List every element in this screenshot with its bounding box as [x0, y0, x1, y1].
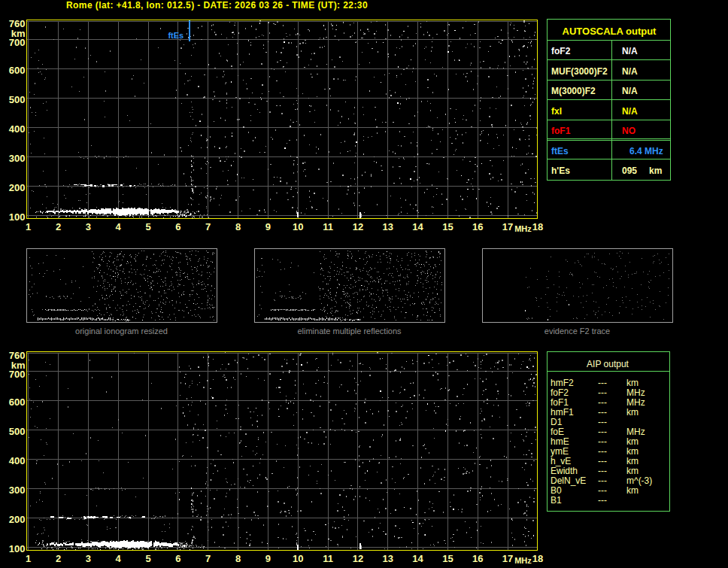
svg-text:400: 400 [9, 455, 26, 466]
svg-text:200: 200 [9, 182, 26, 193]
svg-text:5: 5 [145, 221, 150, 232]
svg-text:300: 300 [9, 153, 26, 164]
svg-text:15: 15 [442, 221, 453, 232]
svg-text:14: 14 [412, 221, 423, 232]
svg-text:B0: B0 [551, 485, 562, 496]
svg-text:ftEs: ftEs [168, 31, 184, 40]
svg-text:500: 500 [9, 94, 26, 105]
svg-text:eliminate multiple reflections: eliminate multiple reflections [297, 327, 402, 336]
svg-text:8: 8 [235, 221, 241, 232]
svg-text:B1: B1 [551, 495, 562, 506]
svg-text:100: 100 [9, 211, 26, 223]
svg-text:---: --- [598, 446, 607, 457]
svg-text:ymE: ymE [551, 446, 569, 457]
svg-text:---: --- [598, 466, 607, 476]
svg-text:7: 7 [205, 553, 211, 564]
svg-text:2: 2 [56, 221, 61, 232]
svg-text:---: --- [598, 436, 607, 447]
svg-text:2: 2 [56, 553, 61, 564]
svg-text:---: --- [598, 397, 607, 408]
svg-text:8: 8 [235, 553, 241, 564]
svg-text:11: 11 [323, 221, 333, 232]
svg-text:10: 10 [293, 221, 303, 232]
svg-text:NO: NO [622, 126, 635, 136]
svg-text:4: 4 [116, 221, 122, 232]
svg-text:AUTOSCALA output: AUTOSCALA output [563, 26, 657, 37]
svg-text:km: km [626, 485, 639, 496]
svg-text:foF1: foF1 [551, 126, 571, 136]
svg-text:D1: D1 [551, 417, 563, 427]
svg-text:200: 200 [9, 514, 26, 525]
svg-text:N/A: N/A [622, 106, 638, 117]
svg-text:---: --- [598, 417, 607, 427]
svg-text:km: km [649, 166, 662, 176]
svg-text:MHz: MHz [626, 427, 645, 437]
svg-text:11: 11 [323, 553, 333, 564]
svg-text:foE: foE [551, 427, 564, 437]
svg-text:9: 9 [265, 553, 271, 564]
svg-text:---: --- [598, 475, 607, 486]
svg-text:foF2: foF2 [551, 387, 569, 398]
svg-text:16: 16 [472, 221, 483, 232]
svg-text:12: 12 [353, 221, 363, 232]
svg-text:km: km [626, 407, 639, 418]
svg-text:MHz: MHz [514, 224, 532, 233]
svg-text:hmF1: hmF1 [551, 407, 574, 418]
svg-text:3: 3 [86, 553, 91, 564]
svg-text:original ionogram resized: original ionogram resized [75, 327, 168, 336]
svg-text:Rome (lat: +41.8, lon: 012.5): Rome (lat: +41.8, lon: 012.5) - DATE: 20… [66, 0, 368, 11]
svg-text:6: 6 [175, 221, 180, 232]
svg-text:---: --- [598, 378, 607, 388]
svg-text:14: 14 [412, 553, 423, 564]
svg-text:6.4 MHz: 6.4 MHz [629, 146, 663, 156]
svg-text:9: 9 [265, 221, 271, 232]
svg-text:600: 600 [9, 396, 26, 408]
svg-text:13: 13 [383, 221, 393, 232]
svg-text:hmE: hmE [551, 436, 569, 447]
svg-text:N/A: N/A [622, 46, 638, 56]
svg-text:MHz: MHz [626, 387, 645, 398]
svg-text:km: km [626, 378, 639, 388]
svg-text:4: 4 [116, 553, 122, 564]
svg-text:16: 16 [472, 553, 483, 564]
svg-text:h_vE: h_vE [551, 456, 571, 466]
svg-text:12: 12 [353, 553, 363, 564]
svg-text:13: 13 [383, 553, 393, 564]
svg-text:3: 3 [86, 221, 91, 232]
svg-text:evidence F2 trace: evidence F2 trace [544, 327, 610, 336]
svg-text:hmF2: hmF2 [551, 378, 574, 388]
svg-text:N/A: N/A [622, 66, 638, 77]
svg-text:ftEs: ftEs [551, 146, 569, 156]
svg-text:MHz: MHz [626, 397, 645, 408]
svg-text:N/A: N/A [622, 86, 638, 96]
svg-text:---: --- [598, 427, 607, 437]
svg-text:MUF(3000)F2: MUF(3000)F2 [551, 66, 608, 77]
svg-text:095: 095 [622, 166, 637, 176]
svg-text:500: 500 [9, 426, 26, 437]
svg-text:km: km [626, 436, 639, 447]
svg-text:600: 600 [9, 65, 26, 76]
svg-text:fxI: fxI [551, 106, 562, 117]
svg-text:M(3000)F2: M(3000)F2 [551, 86, 596, 96]
svg-text:300: 300 [9, 484, 26, 496]
svg-text:700: 700 [9, 369, 26, 380]
svg-text:400: 400 [9, 123, 26, 135]
svg-text:---: --- [598, 495, 607, 506]
svg-text:---: --- [598, 485, 607, 496]
svg-text:18: 18 [532, 553, 543, 564]
svg-text:MHz: MHz [514, 556, 532, 565]
svg-text:10: 10 [293, 553, 303, 564]
svg-text:100: 100 [9, 543, 26, 554]
svg-text:foF2: foF2 [551, 46, 571, 56]
svg-text:7: 7 [205, 221, 211, 232]
svg-text:---: --- [598, 407, 607, 418]
svg-text:Ewidth: Ewidth [551, 466, 578, 476]
svg-text:---: --- [598, 456, 607, 466]
svg-text:h'Es: h'Es [551, 166, 570, 176]
svg-text:1: 1 [26, 221, 31, 232]
svg-text:17: 17 [502, 553, 513, 564]
svg-text:km: km [626, 456, 639, 466]
svg-text:18: 18 [532, 221, 543, 232]
svg-text:foF1: foF1 [551, 397, 569, 408]
svg-text:km: km [626, 446, 639, 457]
